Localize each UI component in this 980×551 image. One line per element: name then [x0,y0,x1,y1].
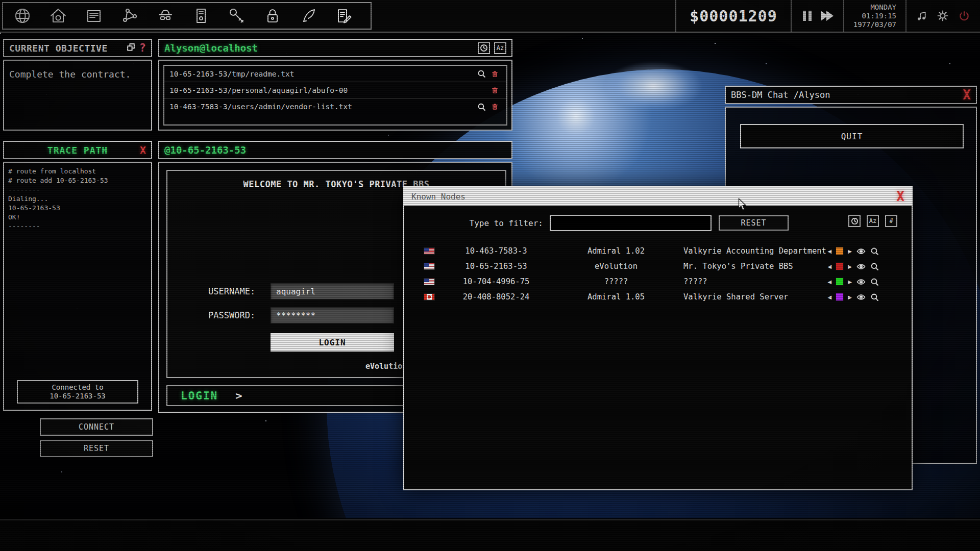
watch-node-icon[interactable] [856,293,866,302]
trace-path-panel: TRACE PATH X # route from localhost # ro… [3,141,152,411]
top-bar: $00001209 MONDAY 01:19:15 1977/03/07 [0,0,980,33]
next-status-icon[interactable]: ▶ [848,294,852,300]
delete-file-icon[interactable] [488,70,501,78]
known-nodes-close-icon[interactable]: X [896,189,904,204]
prev-status-icon[interactable]: ◀ [828,279,832,285]
time-label: 01:19:15 [853,12,896,20]
node-row[interactable]: 10-463-7583-3 Admiral 1.02 Valkyrie Acco… [404,243,912,259]
chat-title: BBS-DM Chat /Alyson [731,90,830,100]
objective-title: CURRENT OBJECTIVE [9,43,108,54]
command-label: LOGIN [181,390,218,402]
sun-glint [587,53,720,119]
node-row[interactable]: 20-408-8052-24 Admiral 1.05 Valkyrie Sha… [404,289,912,305]
current-objective-panel: CURRENT OBJECTIVE ? Complete the contrac… [3,39,152,131]
pause-button[interactable] [803,11,812,21]
sort-number-button[interactable]: # [885,215,897,227]
trace-reset-button[interactable]: RESET [40,440,153,457]
chat-quit-button[interactable]: QUIT [740,124,964,148]
day-label: MONDAY [853,3,896,12]
ledger-icon[interactable] [191,6,211,26]
system-icons [905,0,980,32]
objective-help-icon[interactable]: ? [139,42,146,54]
sort-time-button[interactable] [848,215,861,227]
node-name: Mr. Tokyo's Private BBS [683,262,828,271]
settings-gear-icon[interactable] [936,9,949,22]
prev-status-icon[interactable]: ◀ [828,294,832,300]
network-map-icon[interactable] [119,6,140,26]
sort-time-button[interactable] [478,42,490,54]
node-table: 10-463-7583-3 Admiral 1.02 Valkyrie Acco… [404,243,912,305]
prev-status-icon[interactable]: ◀ [828,248,832,254]
connection-status-box: Connected to 10-65-2163-53 [17,380,138,404]
globe-icon[interactable] [12,6,33,26]
connect-button[interactable]: CONNECT [40,418,153,436]
sort-az-button[interactable]: Az [867,215,879,227]
file-row[interactable]: 10-463-7583-3/users/admin/vendor-list.tx… [164,98,506,115]
node-number: 10-463-7583-3 [445,246,547,256]
country-flag-icon [424,263,435,270]
chat-close-icon[interactable]: X [963,87,971,103]
trace-log-line: OK! [8,213,147,222]
node-version: Admiral 1.05 [573,292,659,302]
fast-forward-button[interactable] [821,11,832,21]
username-field[interactable] [271,283,394,299]
file-path: 10-65-2163-53/personal/aquagirl/abufo-00 [169,86,348,94]
filter-reset-button[interactable]: RESET [719,215,789,231]
home-icon[interactable] [48,6,68,26]
country-flag-icon [424,293,435,300]
file-manager-panel: Alyson@localhost Az 10-65-2163-53/tmp/re… [158,39,512,131]
view-file-icon[interactable] [475,103,488,111]
toolbar [2,2,372,30]
node-version: eVolution [573,262,659,271]
watch-node-icon[interactable] [856,278,866,286]
news-icon[interactable] [84,6,104,26]
inspect-node-icon[interactable] [870,262,879,271]
window-restore-icon[interactable] [127,43,135,54]
watch-node-icon[interactable] [856,247,866,256]
node-version: ????? [573,277,659,286]
bottom-console [0,519,980,551]
node-number: 10-65-2163-53 [445,262,547,271]
starfield [0,33,1,34]
inspect-node-icon[interactable] [870,247,879,256]
trace-log-line: # route from localhost [8,167,147,176]
node-status-swatch [836,278,844,286]
notes-icon[interactable] [334,6,354,26]
music-icon[interactable] [915,9,928,22]
inspect-node-icon[interactable] [870,293,879,302]
command-chevron-icon: > [235,389,242,402]
watch-node-icon[interactable] [856,262,866,271]
view-file-icon[interactable] [475,69,488,78]
inspect-node-icon[interactable] [870,278,879,286]
next-status-icon[interactable]: ▶ [848,279,852,285]
trace-log-line: Dialing... [8,194,147,204]
node-filter-row: Type to filter: RESET Az # [404,213,912,233]
file-row[interactable]: 10-65-2163-53/personal/aquagirl/abufo-00 [164,82,506,98]
node-row[interactable]: 10-704-4996-75 ????? ????? ◀ ▶ [404,274,912,289]
spy-icon[interactable] [155,6,176,26]
datetime-display: MONDAY 01:19:15 1977/03/07 [843,0,905,32]
node-name: Valkyrie Accounting Department [683,246,828,256]
objective-text: Complete the contract. [9,69,131,80]
prev-status-icon[interactable]: ◀ [828,264,832,269]
trace-close-icon[interactable]: X [140,144,146,156]
next-status-icon[interactable]: ▶ [848,264,852,269]
login-button[interactable]: LOGIN [271,333,394,352]
delete-file-icon[interactable] [488,103,501,111]
next-status-icon[interactable]: ▶ [848,248,852,254]
node-filter-input[interactable] [550,215,712,231]
known-nodes-titlebar[interactable]: Known Nodes X [404,187,912,206]
lock-icon[interactable] [262,6,283,26]
bbs-vendor-label: eVolution [365,362,407,371]
connection-status-line: Connected to [18,383,137,392]
quill-icon[interactable] [298,6,318,26]
power-icon[interactable] [958,9,971,22]
sort-az-button[interactable]: Az [494,42,506,54]
file-row[interactable]: 10-65-2163-53/tmp/readme.txt [164,66,506,82]
password-field[interactable] [271,307,394,323]
node-row[interactable]: 10-65-2163-53 eVolution Mr. Tokyo's Priv… [404,259,912,274]
delete-file-icon[interactable] [488,86,501,94]
key-icon[interactable] [227,6,247,26]
money-counter: $00001209 [675,0,792,32]
node-version: Admiral 1.02 [573,246,659,256]
